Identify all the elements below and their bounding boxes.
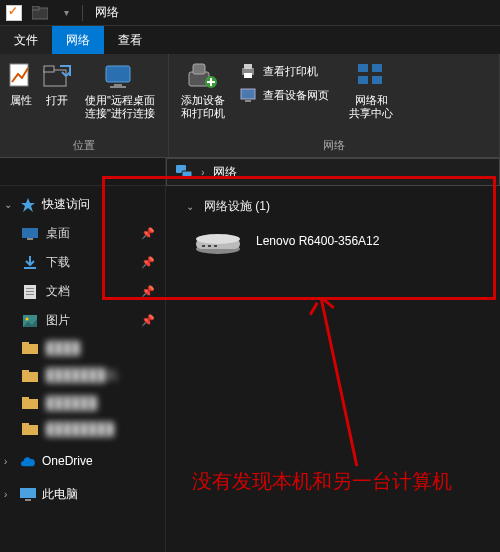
svg-rect-9 [193, 64, 205, 74]
group-network-infra[interactable]: ⌄ 网络设施 (1) [186, 198, 492, 215]
nav-this-pc-label: 此电脑 [42, 486, 78, 503]
ribbon-group-network: 添加设备 和打印机 查看打印机 查看设备网页 网络和 共享中心 网络 [169, 54, 500, 157]
ribbon-view-printers-button[interactable]: 查看打印机 [235, 60, 333, 82]
breadcrumb-network[interactable]: 网络 [213, 164, 237, 181]
ribbon-group-network-label: 网络 [169, 136, 499, 157]
ribbon-properties-label: 属性 [10, 94, 32, 107]
svg-rect-19 [372, 76, 382, 84]
chevron-right-icon: › [4, 456, 14, 467]
folder-icon [22, 369, 38, 383]
folder-icon [22, 396, 38, 410]
svg-rect-38 [25, 499, 31, 501]
breadcrumb-sep-icon: › [201, 166, 205, 178]
nav-folder-2[interactable]: ███████此 [0, 361, 165, 390]
titlebar: ▾ 网络 [0, 0, 500, 26]
nav-onedrive-label: OneDrive [42, 454, 93, 468]
ribbon-add-device-label: 添加设备 和打印机 [181, 94, 225, 120]
nav-quick-access[interactable]: ⌄ 快速访问 [0, 190, 165, 219]
svg-point-28 [26, 317, 29, 320]
pin-icon: 📌 [141, 227, 155, 240]
ribbon-network-center-label: 网络和 共享中心 [349, 94, 393, 120]
onedrive-icon [20, 454, 36, 468]
ribbon-properties-button[interactable]: 属性 [6, 58, 36, 107]
pictures-icon [22, 314, 38, 328]
pin-icon: 📌 [141, 256, 155, 269]
pin-icon: 📌 [141, 285, 155, 298]
ribbon-group-location-label: 位置 [0, 136, 168, 157]
svg-rect-17 [372, 64, 382, 72]
svg-rect-16 [358, 64, 368, 72]
open-icon [41, 60, 73, 92]
device-item[interactable]: Lenovo R6400-356A12 [186, 227, 492, 255]
ribbon-rdc-button[interactable]: 使用"远程桌面 连接"进行连接 [78, 58, 162, 120]
svg-rect-25 [26, 291, 34, 292]
nav-tree: ⌄ 快速访问 桌面 📌 下载 📌 文档 📌 图片 [0, 186, 165, 513]
ribbon-group-location: 属性 打开 使用"远程桌面 连接"进行连接 位置 [0, 54, 169, 157]
nav-this-pc[interactable]: › 此电脑 [0, 480, 165, 509]
ribbon-view-device-page-label: 查看设备网页 [263, 88, 329, 103]
ribbon-network-center-button[interactable]: 网络和 共享中心 [343, 58, 399, 120]
nav-documents[interactable]: 文档 📌 [0, 277, 165, 306]
desktop-icon [22, 227, 38, 241]
qat-properties-icon[interactable] [4, 3, 24, 23]
nav-folder-1-label: ████ [46, 341, 80, 355]
content-area: › 网络 ⌄ 网络设施 (1) Lenovo R6400-356A12 [166, 158, 500, 552]
nav-downloads[interactable]: 下载 📌 [0, 248, 165, 277]
network-location-icon [175, 164, 193, 180]
svg-rect-18 [358, 76, 368, 84]
ribbon: 属性 打开 使用"远程桌面 连接"进行连接 位置 添加设备 和打印机 查看打印机 [0, 54, 500, 158]
router-icon [194, 227, 242, 255]
qat-dropdown-icon[interactable]: ▾ [56, 3, 76, 23]
device-page-icon [239, 86, 257, 104]
nav-folder-1[interactable]: ████ [0, 335, 165, 361]
downloads-icon [22, 256, 38, 270]
nav-folder-3[interactable]: ██████ [0, 390, 165, 416]
ribbon-open-button[interactable]: 打开 [40, 58, 74, 107]
rdc-icon [104, 60, 136, 92]
nav-desktop[interactable]: 桌面 📌 [0, 219, 165, 248]
svg-point-43 [196, 234, 240, 244]
svg-rect-24 [26, 288, 34, 289]
body: ⌄ 快速访问 桌面 📌 下载 📌 文档 📌 图片 [0, 158, 500, 552]
nav-folder-4[interactable]: ████████ [0, 416, 165, 442]
svg-rect-22 [24, 267, 36, 269]
address-bar[interactable]: › 网络 [166, 158, 500, 186]
ribbon-add-device-button[interactable]: 添加设备 和打印机 [175, 58, 231, 120]
file-pane[interactable]: ⌄ 网络设施 (1) Lenovo R6400-356A12 [166, 186, 500, 263]
tab-view[interactable]: 查看 [104, 26, 156, 54]
chevron-right-icon: › [4, 489, 14, 500]
divider [82, 5, 83, 21]
nav-pictures-label: 图片 [46, 312, 70, 329]
svg-rect-30 [22, 342, 29, 346]
ribbon-view-device-page-button[interactable]: 查看设备网页 [235, 84, 333, 106]
group-network-infra-label: 网络设施 (1) [204, 198, 270, 215]
pin-icon: 📌 [141, 314, 155, 327]
svg-rect-5 [106, 66, 130, 82]
tab-file[interactable]: 文件 [0, 26, 52, 54]
ribbon-view-printers-label: 查看打印机 [263, 64, 318, 79]
svg-rect-12 [244, 64, 252, 69]
nav-folder-3-label: ██████ [46, 396, 97, 410]
folder-icon [22, 341, 38, 355]
add-device-icon [187, 60, 219, 92]
svg-rect-4 [44, 66, 54, 72]
documents-icon [22, 285, 38, 299]
sidebar: ⌄ 快速访问 桌面 📌 下载 📌 文档 📌 图片 [0, 158, 166, 552]
svg-rect-21 [27, 238, 33, 240]
svg-rect-26 [26, 294, 34, 295]
svg-rect-1 [32, 6, 39, 10]
properties-icon [5, 60, 37, 92]
svg-rect-32 [22, 370, 29, 374]
chevron-down-icon: ⌄ [186, 201, 196, 212]
folder-icon [22, 422, 38, 436]
window-title: 网络 [95, 4, 119, 21]
tab-network[interactable]: 网络 [52, 26, 104, 54]
nav-onedrive[interactable]: › OneDrive [0, 448, 165, 474]
qat-folder-icon[interactable] [30, 3, 50, 23]
ribbon-rdc-label: 使用"远程桌面 连接"进行连接 [85, 94, 155, 120]
svg-rect-20 [22, 228, 38, 238]
svg-rect-40 [182, 171, 192, 179]
nav-pictures[interactable]: 图片 📌 [0, 306, 165, 335]
device-name-label: Lenovo R6400-356A12 [256, 234, 379, 248]
svg-rect-45 [208, 245, 211, 247]
